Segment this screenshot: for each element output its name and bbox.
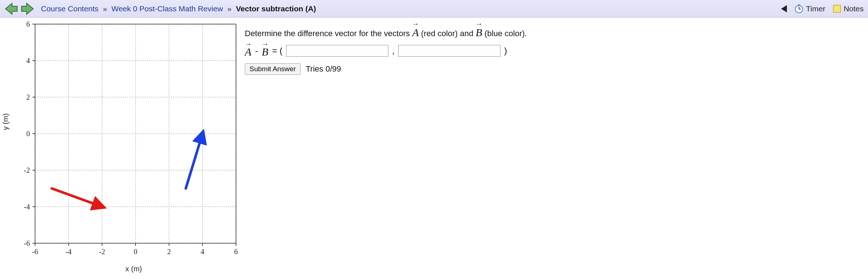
svg-text:-2: -2 <box>99 248 105 256</box>
eq-vector-b: B <box>262 43 268 58</box>
answer-y-input[interactable] <box>398 45 500 57</box>
breadcrumb-sep: » <box>103 4 107 13</box>
nav-forward-button[interactable] <box>20 2 34 16</box>
topbar-right: Timer Notes <box>781 4 864 14</box>
svg-text:4: 4 <box>201 248 204 256</box>
svg-text:-2: -2 <box>24 166 30 174</box>
timer-icon <box>794 4 804 14</box>
svg-text:-6: -6 <box>24 239 30 247</box>
answer-x-input[interactable] <box>286 45 388 57</box>
eq-comma: , <box>392 46 395 56</box>
topbar: Course Contents » Week 0 Post-Class Math… <box>0 0 868 18</box>
vector-b-symbol: B <box>476 22 482 41</box>
svg-text:-4: -4 <box>65 248 72 256</box>
svg-text:-6: -6 <box>32 248 38 256</box>
timer-label: Timer <box>806 4 825 13</box>
breadcrumb-current: Vector subtraction (A) <box>236 4 316 13</box>
svg-text:6: 6 <box>234 248 238 256</box>
svg-text:2: 2 <box>167 248 171 256</box>
notes-label: Notes <box>844 4 864 13</box>
submit-answer-button[interactable]: Submit Answer <box>245 63 301 75</box>
question-area: Determine the difference vector for the … <box>241 20 861 75</box>
svg-text:4: 4 <box>26 57 30 65</box>
svg-text:-4: -4 <box>24 203 30 211</box>
breadcrumb-sep: » <box>227 4 232 13</box>
svg-text:0: 0 <box>26 130 30 138</box>
plot-container: y (m) -6-4-20246-6-4-20246 x (m) <box>4 20 241 273</box>
eq-minus: - <box>255 46 258 56</box>
breadcrumb-mid-link[interactable]: Week 0 Post-Class Math Review <box>111 4 223 13</box>
arrow-right-icon <box>21 3 34 15</box>
qtext-suffix: (blue color). <box>484 29 527 38</box>
prev-triangle-button[interactable] <box>781 5 787 12</box>
timer-button[interactable]: Timer <box>794 4 825 14</box>
svg-line-50 <box>52 188 102 207</box>
submit-row: Submit Answer Tries 0/99 <box>245 63 861 75</box>
arrow-left-icon <box>5 3 18 15</box>
tries-counter: Tries 0/99 <box>306 64 341 74</box>
breadcrumb: Course Contents » Week 0 Post-Class Math… <box>41 4 316 13</box>
qtext-prefix: Determine the difference vector for the … <box>245 29 412 38</box>
eq-equals-open: = ( <box>272 46 283 56</box>
eq-vector-a: A <box>245 43 251 58</box>
notes-icon <box>833 4 841 13</box>
content: y (m) -6-4-20246-6-4-20246 x (m) Determi… <box>0 18 868 277</box>
qtext-mid: (red color) and <box>421 29 476 38</box>
svg-rect-6 <box>833 5 841 12</box>
breadcrumb-root-link[interactable]: Course Contents <box>41 4 99 13</box>
svg-marker-0 <box>5 3 17 14</box>
vector-a-symbol: A <box>412 22 419 41</box>
question-text: Determine the difference vector for the … <box>245 22 861 41</box>
vector-plot: -6-4-20246-6-4-20246 <box>9 20 243 261</box>
x-axis-label: x (m) <box>31 265 236 273</box>
svg-line-51 <box>186 134 203 188</box>
svg-text:6: 6 <box>26 20 30 28</box>
equation-line: A - B = ( , ) <box>245 43 861 58</box>
svg-rect-3 <box>798 4 800 5</box>
svg-text:0: 0 <box>134 248 137 256</box>
eq-close: ) <box>504 46 507 56</box>
y-axis-label: y (m) <box>1 113 10 130</box>
svg-text:2: 2 <box>26 93 30 101</box>
nav-back-button[interactable] <box>4 2 18 16</box>
svg-marker-1 <box>22 3 33 14</box>
notes-button[interactable]: Notes <box>833 4 864 13</box>
